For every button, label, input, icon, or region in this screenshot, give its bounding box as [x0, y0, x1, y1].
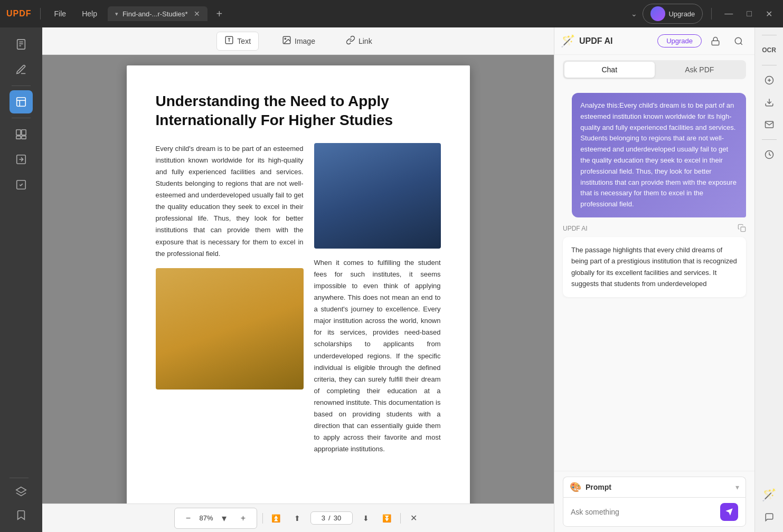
- ai-copy-button[interactable]: [738, 224, 746, 234]
- svg-marker-13: [16, 487, 26, 493]
- svg-rect-9: [16, 136, 21, 139]
- upgrade-button-title[interactable]: Upgrade: [643, 4, 703, 24]
- ai-header-right: Upgrade: [657, 32, 748, 51]
- tab-ask-pdf[interactable]: Ask PDF: [655, 62, 745, 78]
- toolbar-text[interactable]: Text: [216, 32, 259, 51]
- sidebar-item-convert[interactable]: [10, 148, 33, 171]
- right-panel: 🪄 UPDF AI Upgrade Chat Ask PDF Analyze t…: [554, 27, 754, 532]
- page-first-button[interactable]: ⏫: [268, 510, 284, 526]
- prompt-area: 🎨 Prompt ▾: [554, 471, 754, 532]
- prompt-input-row: [563, 497, 746, 527]
- page-display: 3 / 30: [310, 511, 353, 525]
- sidebar-bottom: [10, 476, 33, 527]
- page-next-button[interactable]: ⬇: [358, 510, 374, 526]
- svg-rect-4: [17, 98, 26, 107]
- sidebar-item-pages[interactable]: [10, 122, 33, 146]
- sidebar-item-document[interactable]: [10, 33, 33, 56]
- pdf-image-study: [314, 143, 441, 249]
- ai-response-header: UPDF AI: [563, 224, 746, 234]
- svg-rect-0: [17, 40, 25, 49]
- titlebar-right: ⌄ Upgrade — □ ✕: [631, 4, 777, 24]
- titlebar-sep2: [711, 8, 712, 20]
- menu-help[interactable]: Help: [77, 7, 102, 20]
- user-message: Analyze this:Every child's dream is to b…: [572, 93, 746, 217]
- svg-rect-7: [16, 130, 21, 135]
- menu-file[interactable]: File: [49, 7, 72, 20]
- toolbar-image-label: Image: [295, 37, 315, 45]
- prompt-icon: 🎨: [570, 481, 581, 493]
- ocr-button[interactable]: OCR: [760, 41, 779, 60]
- toolbar-link[interactable]: Link: [338, 32, 380, 50]
- pdf-body-left: Every child's dream is to be part of an …: [156, 143, 304, 260]
- pdf-area[interactable]: Understanding the Need to Apply Internat…: [42, 55, 554, 504]
- close-button[interactable]: ✕: [761, 8, 777, 20]
- sidebar-item-bookmark[interactable]: [10, 504, 33, 527]
- updf-ai-logo-icon: 🪄: [561, 34, 575, 48]
- search-icon-btn[interactable]: [729, 32, 748, 51]
- history-button[interactable]: [760, 145, 779, 164]
- ai-response: UPDF AI The passage highlights that ever…: [563, 224, 746, 297]
- page-prev-button[interactable]: ⬆: [289, 510, 305, 526]
- active-tab[interactable]: ▾ Find-and-...r-Studies* ✕: [108, 6, 208, 21]
- prompt-collapse-icon[interactable]: ▾: [735, 483, 739, 491]
- text-tool-icon: [224, 35, 234, 47]
- zoom-out-button[interactable]: −: [180, 510, 196, 526]
- sidebar-divider2: [12, 118, 31, 118]
- upgrade-button-ai[interactable]: Upgrade: [657, 34, 702, 48]
- sidebar-divider1: [12, 86, 31, 86]
- toolbar-image[interactable]: Image: [275, 32, 323, 50]
- sidebar-item-edit[interactable]: [10, 90, 33, 113]
- link-tool-icon: [346, 35, 355, 47]
- content-wrapper: Text Image Link Understanding the Need t…: [42, 27, 554, 532]
- ai-messages[interactable]: Analyze this:Every child's dream is to b…: [554, 84, 754, 471]
- dropdown-arrow-icon[interactable]: ⌄: [631, 10, 637, 18]
- ai-response-body: The passage highlights that every child …: [563, 237, 746, 297]
- tab-arrow-icon: ▾: [115, 11, 118, 17]
- far-right-div1: [762, 35, 777, 35]
- far-right-div2: [762, 65, 777, 65]
- zoom-level: 87%: [199, 514, 213, 522]
- svg-rect-10: [22, 136, 26, 139]
- tab-close-icon[interactable]: ✕: [194, 10, 200, 18]
- bottom-bar: − 87% ▾ + ⏫ ⬆ 3 / 30 ⬇ ⏬ ✕: [42, 504, 554, 532]
- prompt-send-button[interactable]: [720, 503, 738, 521]
- minimize-button[interactable]: —: [720, 8, 737, 20]
- close-bar-button[interactable]: ✕: [406, 510, 422, 526]
- far-right-div3: [762, 139, 777, 140]
- prompt-input[interactable]: [571, 508, 716, 516]
- svg-rect-22: [741, 227, 746, 232]
- page-total: 30: [334, 514, 341, 522]
- tab-add-icon[interactable]: +: [216, 8, 222, 20]
- import-button[interactable]: [760, 71, 779, 90]
- svg-rect-19: [712, 41, 719, 45]
- page-current: 3: [322, 514, 325, 522]
- zoom-in-button[interactable]: ▾: [216, 510, 232, 526]
- far-right-toolbar: OCR 🪄: [754, 27, 783, 532]
- svg-line-21: [740, 43, 742, 44]
- pdf-page: Understanding the Need to Apply Internat…: [127, 65, 470, 504]
- pdf-col-left: Every child's dream is to be part of an …: [156, 143, 304, 464]
- prompt-label: 🎨 Prompt: [570, 481, 611, 493]
- sidebar-divider3: [10, 478, 29, 478]
- maximize-button[interactable]: □: [742, 8, 756, 20]
- titlebar: UPDF File Help ▾ Find-and-...r-Studies* …: [0, 0, 783, 27]
- tab-title: Find-and-...r-Studies*: [122, 10, 188, 18]
- sidebar-item-check[interactable]: [10, 173, 33, 196]
- sidebar-item-layers[interactable]: [10, 480, 33, 504]
- mail-button[interactable]: [760, 115, 779, 134]
- toolbar: Text Image Link: [42, 27, 554, 55]
- ai-assistant-button[interactable]: 🪄: [760, 486, 779, 505]
- updf-ai-title: UPDF AI: [579, 36, 612, 46]
- tab-chat[interactable]: Chat: [564, 62, 655, 78]
- pdf-image-library: [156, 268, 304, 390]
- bottom-separator1: [262, 513, 263, 524]
- lock-icon-btn[interactable]: [706, 32, 725, 51]
- zoom-expand-button[interactable]: +: [235, 510, 251, 526]
- svg-point-18: [285, 38, 286, 39]
- export-button[interactable]: [760, 93, 779, 112]
- chat-float-button[interactable]: [760, 508, 779, 527]
- page-last-button[interactable]: ⏬: [379, 510, 395, 526]
- main-layout: Text Image Link Understanding the Need t…: [0, 27, 783, 532]
- page-sep: /: [328, 514, 331, 522]
- sidebar-item-annotate[interactable]: [10, 58, 33, 81]
